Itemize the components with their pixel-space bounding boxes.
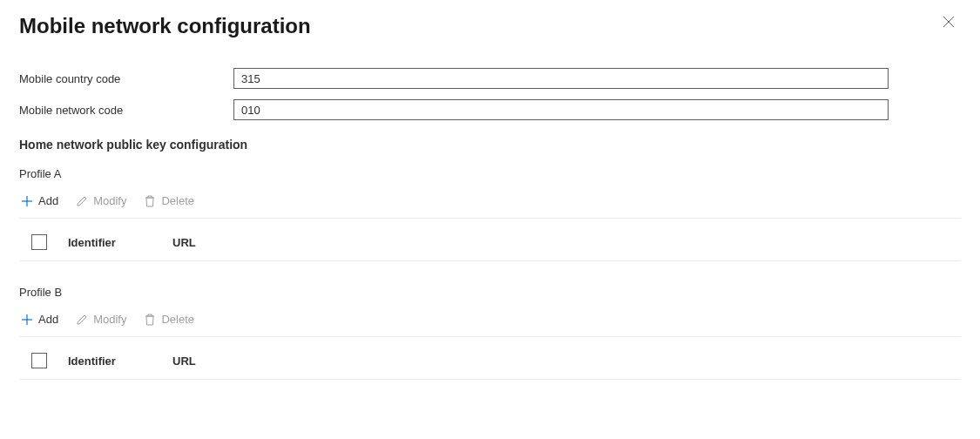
profile-a-add-button[interactable]: Add <box>19 191 60 211</box>
modify-label: Modify <box>93 313 126 326</box>
mcc-label: Mobile country code <box>19 72 233 85</box>
profile-a-delete-button[interactable]: Delete <box>142 191 196 211</box>
profile-b-toolbar: Add Modify Delete <box>19 309 961 337</box>
profile-a-modify-button[interactable]: Modify <box>74 191 128 211</box>
plus-icon <box>21 314 33 326</box>
pencil-icon <box>76 195 88 207</box>
profile-b-col-url: URL <box>172 355 196 368</box>
page-title: Mobile network configuration <box>19 14 311 38</box>
trash-icon <box>144 314 156 326</box>
add-label: Add <box>38 313 58 326</box>
profile-a-toolbar: Add Modify Delete <box>19 191 961 219</box>
mnc-input[interactable] <box>233 99 889 120</box>
profile-b-delete-button[interactable]: Delete <box>142 309 196 329</box>
close-icon <box>943 16 955 30</box>
profile-a-col-identifier: Identifier <box>68 236 172 249</box>
profile-b-table-header: Identifier URL <box>19 337 961 380</box>
profile-b-modify-button[interactable]: Modify <box>74 309 128 329</box>
profile-b-add-button[interactable]: Add <box>19 309 60 329</box>
profile-b-label: Profile B <box>19 286 961 299</box>
pencil-icon <box>76 314 88 326</box>
delete-label: Delete <box>161 194 194 207</box>
profile-b-col-identifier: Identifier <box>68 355 172 368</box>
section-header: Home network public key configuration <box>19 138 961 152</box>
profile-a-table-header: Identifier URL <box>19 219 961 261</box>
add-label: Add <box>38 194 58 207</box>
profile-a-label: Profile A <box>19 167 961 180</box>
mcc-input[interactable] <box>233 68 889 89</box>
plus-icon <box>21 195 33 207</box>
modify-label: Modify <box>93 194 126 207</box>
profile-a-select-all-checkbox[interactable] <box>31 234 47 250</box>
profile-a-col-url: URL <box>172 236 196 249</box>
delete-label: Delete <box>161 313 194 326</box>
profile-b-select-all-checkbox[interactable] <box>31 353 47 368</box>
mnc-label: Mobile network code <box>19 104 233 117</box>
close-button[interactable] <box>942 16 956 30</box>
trash-icon <box>144 195 156 207</box>
